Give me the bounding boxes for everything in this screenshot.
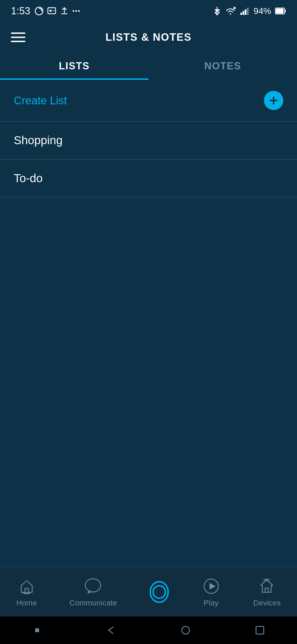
- communicate-icon: [84, 577, 103, 596]
- tab-notes[interactable]: NOTES: [148, 52, 297, 80]
- bluetooth-icon: [213, 6, 221, 16]
- battery-icon: [275, 7, 286, 15]
- status-right: 94%: [213, 6, 286, 16]
- signal-icon: [240, 6, 250, 16]
- menu-button[interactable]: [11, 32, 25, 42]
- status-time: 1:53: [11, 5, 30, 17]
- svg-point-17: [182, 626, 189, 634]
- svg-rect-16: [35, 628, 39, 632]
- svg-point-5: [75, 10, 77, 12]
- create-list-button[interactable]: [264, 91, 283, 110]
- svg-rect-2: [50, 10, 52, 12]
- android-back-button[interactable]: [100, 619, 122, 641]
- content-area: Create List Shopping To-do: [0, 80, 297, 567]
- svg-rect-18: [256, 626, 264, 634]
- nav-item-play[interactable]: Play: [202, 577, 221, 607]
- devices-icon: [257, 577, 277, 596]
- tab-lists[interactable]: LISTS: [0, 52, 148, 80]
- battery-text: 94%: [254, 6, 271, 16]
- nav-label-communicate: Communicate: [70, 599, 117, 607]
- nav-item-devices[interactable]: Devices: [253, 577, 281, 607]
- overflow-icon: [72, 9, 82, 13]
- svg-rect-3: [53, 10, 54, 11]
- list-item-label: To-do: [14, 172, 43, 185]
- create-list-row[interactable]: Create List: [0, 80, 297, 121]
- header: LISTS & NOTES: [0, 22, 297, 52]
- status-bar: 1:53: [0, 0, 297, 22]
- upload-icon: [59, 6, 69, 16]
- svg-rect-13: [285, 10, 286, 12]
- header-title: LISTS & NOTES: [105, 31, 191, 43]
- bottom-nav: Home Communicate Play: [0, 567, 297, 616]
- nav-label-devices: Devices: [253, 599, 281, 607]
- status-left: 1:53: [11, 5, 82, 17]
- list-item[interactable]: Shopping: [0, 122, 297, 159]
- sync-icon: [34, 6, 44, 16]
- nav-item-communicate[interactable]: Communicate: [70, 577, 117, 607]
- svg-point-6: [78, 10, 80, 12]
- svg-point-4: [73, 10, 74, 12]
- svg-rect-8: [243, 11, 244, 15]
- home-icon: [17, 577, 36, 596]
- tabs-container: LISTS NOTES: [0, 52, 297, 80]
- svg-rect-12: [276, 9, 284, 13]
- svg-point-14: [85, 579, 101, 592]
- status-system-icons: [34, 6, 82, 16]
- play-icon: [202, 577, 221, 596]
- create-list-label: Create List: [14, 94, 67, 107]
- svg-rect-10: [247, 8, 249, 15]
- android-nav: [0, 616, 297, 644]
- nav-item-home[interactable]: Home: [16, 577, 37, 607]
- nav-item-alexa[interactable]: [150, 582, 169, 602]
- android-stop-button[interactable]: [26, 619, 48, 641]
- add-icon: [268, 95, 279, 106]
- list-item-label: Shopping: [14, 134, 63, 147]
- divider-todo: [0, 197, 297, 198]
- nav-label-play: Play: [204, 599, 218, 607]
- list-item[interactable]: To-do: [0, 160, 297, 197]
- nav-label-home: Home: [16, 599, 37, 607]
- alexa-icon: [150, 582, 169, 602]
- svg-rect-9: [245, 9, 246, 15]
- svg-rect-7: [240, 13, 242, 15]
- android-home-button[interactable]: [175, 619, 197, 641]
- screenshot-icon: [47, 6, 57, 16]
- android-recents-button[interactable]: [249, 619, 271, 641]
- wifi-icon: [225, 6, 236, 16]
